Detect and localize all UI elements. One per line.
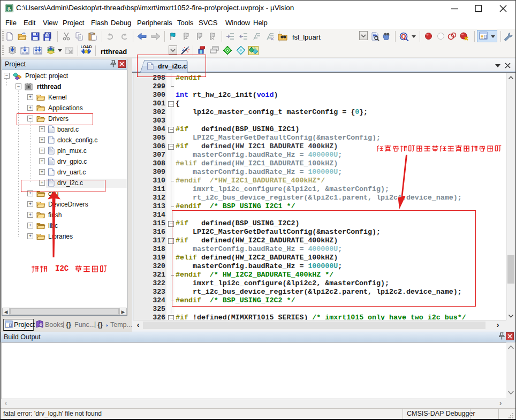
svg-text:?: ?	[40, 323, 42, 327]
svg-text:Q: Q	[401, 33, 406, 40]
svg-text:V5: V5	[7, 9, 11, 12]
svg-text:LOAD: LOAD	[81, 44, 92, 49]
